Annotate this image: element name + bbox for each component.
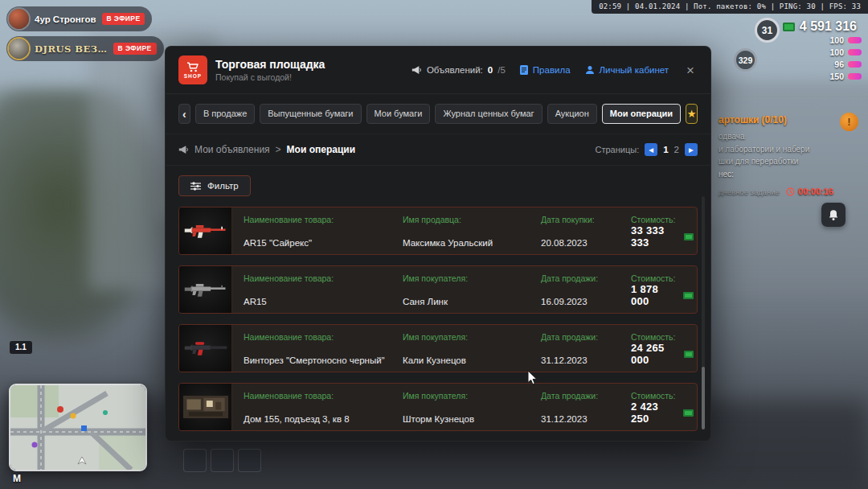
hotbar-slot[interactable] [238,449,261,472]
pages-label: Страницы: [595,145,639,154]
item-thumbnail [179,208,232,254]
transaction-card: Наименование товара: Дом 155, подъезд 3,… [178,383,698,431]
house-interior-image [183,395,228,419]
rules-label: Правила [533,65,571,75]
quest-line: одвача [719,130,836,143]
zone-badge: 1.1 [10,341,32,354]
secondary-value: 329 [739,55,753,65]
prev-page-button[interactable]: ◀ [645,143,657,156]
item-name-label: Наименование товара: [244,332,388,342]
price-label: Стоимость: [631,391,694,401]
status-text: 02:59 | 04.01.2024 | Пот. пакетов: 0% | … [599,2,861,10]
tab-my-papers[interactable]: Мои бумаги [366,104,431,124]
list-scrollbar [702,196,705,429]
person-icon [585,65,595,75]
money-icon [683,409,694,417]
stat-row: 150 [829,72,862,81]
notifications-bell-button[interactable] [821,203,845,227]
person-value: Саня Линк [403,297,526,306]
hotbar-slot[interactable] [183,449,207,472]
quest-alert-glyph: ! [847,116,850,128]
page-number-2[interactable]: 2 [674,145,679,154]
date-value: 31.12.2023 [541,414,616,424]
item-name-value: AR15 "Сайрекс" [244,238,388,248]
price-value: 33 333 333 [631,224,679,249]
level-value: 31 [762,25,772,36]
announcements-count: 0 [488,65,493,75]
date-label: Дата продажи: [541,391,616,401]
pagination: Страницы: ◀ 1 2 ▶ [595,143,698,156]
stat-icon [848,73,862,80]
stat-row: 96 [834,60,862,69]
money-icon [684,351,694,358]
date-value: 31.12.2023 [541,355,616,365]
person-value: Максимка Уральский [403,238,526,248]
clock-icon [786,187,795,196]
item-name-value: Винторез "Смертоносно черный" [244,355,388,365]
tab-my-operations[interactable]: Мои операции [602,104,681,124]
sliders-icon [190,182,201,191]
tab-securities-journal[interactable]: Журнал ценных бумаг [435,104,542,124]
date-label: Дата продажи: [541,332,616,342]
item-thumbnail [179,384,232,430]
person-label: Имя продавца: [403,215,526,224]
filter-button[interactable]: Фильтр [178,175,251,196]
header-actions: Объявлений: 0 /5 Правила Личный кабинет … [411,62,698,79]
hotbar-slot[interactable] [211,449,234,472]
page-subtitle: Покупай с выгодой! [215,72,325,82]
quest-line: шки для переработки [719,155,836,168]
tab-auction[interactable]: Аукцион [547,104,597,124]
shop-logo: SHOP [178,55,207,84]
quest-timer-value: 00:00:16 [798,187,833,196]
stat-icon [848,49,862,55]
map-key-value: M [13,473,21,484]
stream-notifications: 4ур Стронгов В ЭФИРЕ DJRUS ВЕЗ… В ЭФИРЕ [6,6,164,61]
person-label: Имя покупателя: [403,391,526,401]
player-stats: 100 100 96 150 [829,35,862,81]
star-icon: ★ [687,108,697,120]
breadcrumb-root[interactable]: Мои объявления [194,144,270,155]
tab-issued-papers[interactable]: Выпущенные бумаги [260,104,361,124]
avatar [9,9,29,29]
price-value-wrap: 2 423 250 [631,401,694,425]
rules-link[interactable]: Правила [520,65,571,75]
tab-for-sale[interactable]: В продаже [195,104,255,124]
item-name-value: Дом 155, подъезд 3, кв 8 [244,414,388,424]
price-label: Стоимость: [631,215,694,224]
stat-value: 96 [834,60,844,69]
date-column: Дата продажи: 16.09.2023 [530,266,620,313]
money-value: 4 591 316 [800,19,857,34]
item-column: Наименование товара: Винторез "Смертонос… [232,325,391,372]
status-bar: 02:59 | 04.01.2024 | Пот. пакетов: 0% | … [592,0,868,14]
stream-notification[interactable]: DJRUS ВЕЗ… В ЭФИРЕ [6,36,164,61]
stat-value: 100 [829,47,844,57]
price-value-wrap: 1 878 000 [631,283,694,307]
price-label: Стоимость: [631,332,694,342]
quest-timer: 00:00:16 [786,187,833,196]
streamer-name: DJRUS ВЕЗ… [35,43,108,55]
money-icon [683,292,694,299]
transaction-card: Наименование товара: Винторез "Смертонос… [178,324,698,372]
date-column: Дата покупки: 20.08.2023 [530,208,620,254]
page-number-1[interactable]: 1 [663,145,668,154]
account-link[interactable]: Личный кабинет [585,65,669,75]
breadcrumb-current: Мои операции [287,144,355,155]
stat-icon [848,61,862,68]
price-value-wrap: 24 265 000 [631,342,694,366]
quest-daily-label: дневное задание [719,187,780,196]
megaphone-icon [411,65,422,75]
item-column: Наименование товара: AR15 "Сайрекс" [232,208,391,254]
favorites-button[interactable]: ★ [686,104,698,124]
stat-value: 150 [829,72,844,81]
close-button[interactable]: × [683,62,698,79]
transaction-card: Наименование товара: AR15 Имя покупателя… [178,265,698,314]
date-value: 20.08.2023 [541,238,616,248]
scrollbar-thumb[interactable] [702,367,705,429]
person-label: Имя покупателя: [403,332,526,342]
stat-icon [848,37,862,43]
next-page-button[interactable]: ▶ [685,143,698,156]
back-button[interactable]: ‹ [178,104,190,124]
stream-notification[interactable]: 4ур Стронгов В ЭФИРЕ [6,6,152,31]
quest-panel: артошки (0/10) одвача и лаборатории и на… [712,109,868,201]
money-icon [783,23,795,31]
